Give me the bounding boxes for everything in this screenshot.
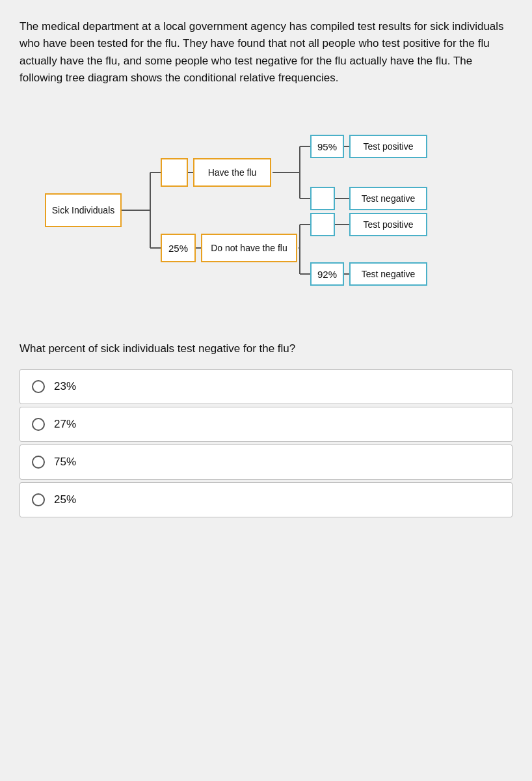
have-flu-blank-box bbox=[161, 158, 188, 187]
radio-1 bbox=[32, 380, 45, 393]
test-negative-blank-box bbox=[310, 187, 335, 210]
test-positive-blank-box bbox=[310, 213, 335, 236]
option-3-label: 75% bbox=[54, 456, 76, 469]
option-4[interactable]: 25% bbox=[20, 482, 512, 517]
radio-3 bbox=[32, 456, 45, 469]
radio-2 bbox=[32, 418, 45, 431]
do-not-have-flu-box: Do not have the flu bbox=[201, 234, 297, 262]
have-flu-box: Have the flu bbox=[193, 158, 271, 187]
answer-options: 23% 27% 75% 25% bbox=[20, 369, 512, 517]
option-4-label: 25% bbox=[54, 493, 76, 506]
tree-diagram: Sick Individuals Have the flu 25% Do not… bbox=[45, 119, 487, 301]
test-negative-bottom-box: Test negative bbox=[349, 262, 427, 286]
intro-paragraph: The medical department at a local govern… bbox=[20, 18, 512, 87]
25-percent-box: 25% bbox=[161, 234, 196, 262]
95-percent-box: 95% bbox=[310, 135, 344, 158]
test-positive-top-box: Test positive bbox=[349, 135, 427, 158]
92-percent-box: 92% bbox=[310, 262, 344, 286]
question-text: What percent of sick individuals test ne… bbox=[20, 340, 512, 357]
test-positive-bottom-box: Test positive bbox=[349, 213, 427, 236]
diagram-area: Sick Individuals Have the flu 25% Do not… bbox=[20, 106, 512, 314]
option-1-label: 23% bbox=[54, 380, 76, 393]
option-1[interactable]: 23% bbox=[20, 369, 512, 404]
option-2-label: 27% bbox=[54, 418, 76, 431]
test-negative-top-box: Test negative bbox=[349, 187, 427, 210]
radio-4 bbox=[32, 493, 45, 506]
option-2[interactable]: 27% bbox=[20, 407, 512, 442]
page: The medical department at a local govern… bbox=[0, 0, 532, 781]
sick-individuals-box: Sick Individuals bbox=[45, 193, 122, 227]
option-3[interactable]: 75% bbox=[20, 445, 512, 480]
